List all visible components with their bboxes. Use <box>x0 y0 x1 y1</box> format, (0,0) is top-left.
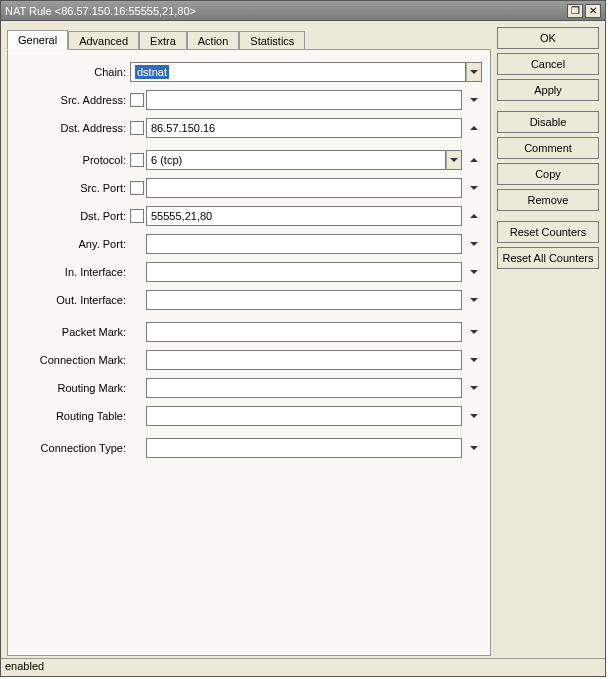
row-routing-table: Routing Table: <box>12 404 482 428</box>
titlebar: NAT Rule <86.57.150.16:55555,21,80> ❐ ✕ <box>1 1 605 21</box>
status-bar: enabled <box>1 658 605 676</box>
button-column: OK Cancel Apply Disable Comment Copy Rem… <box>497 27 599 656</box>
dst-port-collapse[interactable] <box>466 208 482 224</box>
row-any-port: Any. Port: <box>12 232 482 256</box>
chevron-down-icon <box>470 70 478 74</box>
routing-table-expand[interactable] <box>466 408 482 424</box>
packet-mark-input[interactable] <box>146 322 462 342</box>
connection-mark-expand[interactable] <box>466 352 482 368</box>
copy-button[interactable]: Copy <box>497 163 599 185</box>
row-routing-mark: Routing Mark: <box>12 376 482 400</box>
tab-general[interactable]: General <box>7 30 68 50</box>
chevron-down-icon <box>470 386 478 390</box>
chevron-up-icon <box>470 214 478 218</box>
label-connection-type: Connection Type: <box>12 442 130 454</box>
chain-input[interactable]: dstnat <box>130 62 466 82</box>
label-protocol: Protocol: <box>12 154 130 166</box>
protocol-collapse[interactable] <box>466 152 482 168</box>
chevron-down-icon <box>470 414 478 418</box>
src-address-input[interactable] <box>146 90 462 110</box>
src-address-expand[interactable] <box>466 92 482 108</box>
label-connection-mark: Connection Mark: <box>12 354 130 366</box>
chevron-down-icon <box>470 242 478 246</box>
tab-statistics[interactable]: Statistics <box>239 31 305 50</box>
routing-mark-input[interactable] <box>146 378 462 398</box>
label-packet-mark: Packet Mark: <box>12 326 130 338</box>
src-port-invert-checkbox[interactable] <box>130 181 144 195</box>
dst-port-invert-checkbox[interactable] <box>130 209 144 223</box>
src-address-invert-checkbox[interactable] <box>130 93 144 107</box>
chevron-down-icon <box>470 298 478 302</box>
chevron-down-icon <box>470 270 478 274</box>
label-dst-port: Dst. Port: <box>12 210 130 222</box>
label-dst-address: Dst. Address: <box>12 122 130 134</box>
apply-button[interactable]: Apply <box>497 79 599 101</box>
connection-type-input[interactable] <box>146 438 462 458</box>
reset-all-counters-button[interactable]: Reset All Counters <box>497 247 599 269</box>
chevron-down-icon <box>450 158 458 162</box>
tab-action[interactable]: Action <box>187 31 240 50</box>
dst-address-invert-checkbox[interactable] <box>130 121 144 135</box>
row-in-interface: In. Interface: <box>12 260 482 284</box>
routing-mark-expand[interactable] <box>466 380 482 396</box>
row-out-interface: Out. Interface: <box>12 288 482 312</box>
tab-advanced[interactable]: Advanced <box>68 31 139 50</box>
dst-address-input[interactable]: 86.57.150.16 <box>146 118 462 138</box>
dst-port-input[interactable]: 55555,21,80 <box>146 206 462 226</box>
out-interface-input[interactable] <box>146 290 462 310</box>
chevron-down-icon <box>470 98 478 102</box>
general-pane: Chain: dstnat Src. Address: Dst. Address… <box>7 49 491 656</box>
protocol-dropdown-button[interactable] <box>446 150 462 170</box>
row-connection-mark: Connection Mark: <box>12 348 482 372</box>
cancel-button[interactable]: Cancel <box>497 53 599 75</box>
row-chain: Chain: dstnat <box>12 60 482 84</box>
ok-button[interactable]: OK <box>497 27 599 49</box>
label-out-interface: Out. Interface: <box>12 294 130 306</box>
window-title: NAT Rule <86.57.150.16:55555,21,80> <box>5 5 565 17</box>
dst-address-collapse[interactable] <box>466 120 482 136</box>
remove-button[interactable]: Remove <box>497 189 599 211</box>
label-in-interface: In. Interface: <box>12 266 130 278</box>
row-protocol: Protocol: 6 (tcp) <box>12 148 482 172</box>
chevron-down-icon <box>470 358 478 362</box>
any-port-expand[interactable] <box>466 236 482 252</box>
chevron-down-icon <box>470 446 478 450</box>
connection-type-expand[interactable] <box>466 440 482 456</box>
label-any-port: Any. Port: <box>12 238 130 250</box>
in-interface-input[interactable] <box>146 262 462 282</box>
src-port-input[interactable] <box>146 178 462 198</box>
packet-mark-expand[interactable] <box>466 324 482 340</box>
row-packet-mark: Packet Mark: <box>12 320 482 344</box>
chevron-down-icon <box>470 186 478 190</box>
disable-button[interactable]: Disable <box>497 111 599 133</box>
label-src-address: Src. Address: <box>12 94 130 106</box>
protocol-invert-checkbox[interactable] <box>130 153 144 167</box>
tab-extra[interactable]: Extra <box>139 31 187 50</box>
label-routing-table: Routing Table: <box>12 410 130 422</box>
reset-counters-button[interactable]: Reset Counters <box>497 221 599 243</box>
chain-value: dstnat <box>135 65 169 79</box>
comment-button[interactable]: Comment <box>497 137 599 159</box>
chevron-up-icon <box>470 158 478 162</box>
chain-dropdown-button[interactable] <box>466 62 482 82</box>
tab-strip: General Advanced Extra Action Statistics <box>7 27 491 49</box>
connection-mark-input[interactable] <box>146 350 462 370</box>
src-port-expand[interactable] <box>466 180 482 196</box>
in-interface-expand[interactable] <box>466 264 482 280</box>
protocol-input[interactable]: 6 (tcp) <box>146 150 446 170</box>
out-interface-expand[interactable] <box>466 292 482 308</box>
status-text: enabled <box>5 660 44 672</box>
chevron-up-icon <box>470 126 478 130</box>
row-src-port: Src. Port: <box>12 176 482 200</box>
chevron-down-icon <box>470 330 478 334</box>
routing-table-input[interactable] <box>146 406 462 426</box>
restore-icon: ❐ <box>571 5 580 16</box>
left-column: General Advanced Extra Action Statistics… <box>7 27 491 656</box>
restore-button[interactable]: ❐ <box>567 4 583 18</box>
label-routing-mark: Routing Mark: <box>12 382 130 394</box>
any-port-input[interactable] <box>146 234 462 254</box>
nat-rule-window: NAT Rule <86.57.150.16:55555,21,80> ❐ ✕ … <box>0 0 606 677</box>
content-area: General Advanced Extra Action Statistics… <box>1 21 605 658</box>
label-chain: Chain: <box>12 66 130 78</box>
close-button[interactable]: ✕ <box>585 4 601 18</box>
